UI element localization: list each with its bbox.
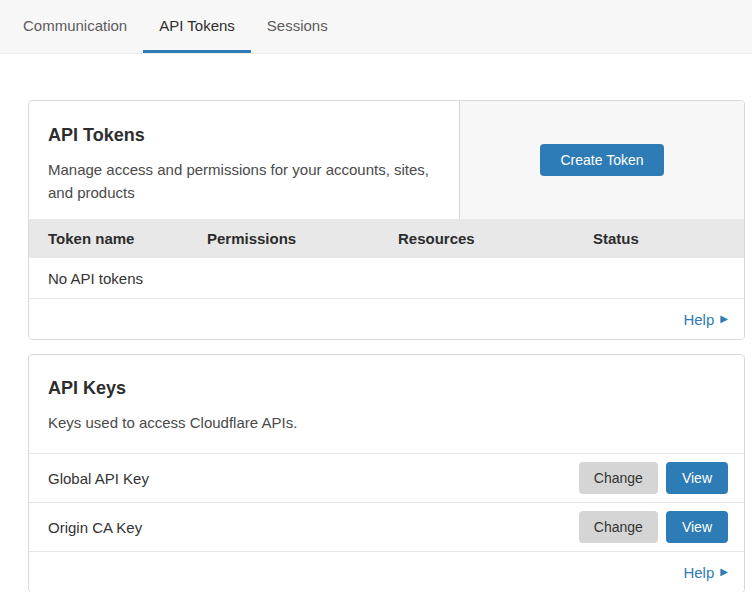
column-header-resources: Resources <box>398 230 593 247</box>
empty-tokens-message: No API tokens <box>48 270 143 287</box>
column-header-permissions: Permissions <box>207 230 398 247</box>
change-origin-ca-key-button[interactable]: Change <box>579 511 658 543</box>
create-token-button[interactable]: Create Token <box>540 144 663 176</box>
key-actions-global-api-key: Change View <box>579 462 728 494</box>
help-link-label: Help <box>683 564 714 581</box>
page-content: API Tokens Manage access and permissions… <box>0 54 752 592</box>
key-label-global-api-key: Global API Key <box>48 470 149 487</box>
api-tokens-panel-header: API Tokens Manage access and permissions… <box>29 101 744 219</box>
api-tokens-title: API Tokens <box>48 125 435 146</box>
api-tokens-panel: API Tokens Manage access and permissions… <box>28 100 745 340</box>
tab-sessions[interactable]: Sessions <box>251 0 344 53</box>
arrow-right-icon: ▶ <box>720 314 728 324</box>
api-keys-description: Keys used to access Cloudflare APIs. <box>48 411 720 434</box>
view-origin-ca-key-button[interactable]: View <box>666 511 728 543</box>
tab-bar: Communication API Tokens Sessions <box>0 0 752 54</box>
api-tokens-panel-footer: Help ▶ <box>29 299 744 339</box>
api-tokens-header-text: API Tokens Manage access and permissions… <box>29 101 460 219</box>
key-row-origin-ca-key: Origin CA Key Change View <box>29 503 744 552</box>
help-link-label: Help <box>683 311 714 328</box>
column-header-token-name: Token name <box>48 230 207 247</box>
key-actions-origin-ca-key: Change View <box>579 511 728 543</box>
api-tokens-description: Manage access and permissions for your a… <box>48 158 435 205</box>
key-row-global-api-key: Global API Key Change View <box>29 454 744 503</box>
tab-communication[interactable]: Communication <box>7 0 143 53</box>
api-keys-title: API Keys <box>48 378 720 399</box>
column-header-status: Status <box>593 230 744 247</box>
view-global-api-key-button[interactable]: View <box>666 462 728 494</box>
empty-tokens-row: No API tokens <box>29 258 744 299</box>
token-table-header: Token name Permissions Resources Status <box>29 219 744 258</box>
key-label-origin-ca-key: Origin CA Key <box>48 519 142 536</box>
api-keys-panel: API Keys Keys used to access Cloudflare … <box>28 354 745 592</box>
api-tokens-header-action-area: Create Token <box>460 101 744 219</box>
api-keys-panel-header: API Keys Keys used to access Cloudflare … <box>29 355 744 454</box>
tab-api-tokens[interactable]: API Tokens <box>143 0 251 53</box>
api-tokens-help-link[interactable]: Help ▶ <box>683 311 728 328</box>
change-global-api-key-button[interactable]: Change <box>579 462 658 494</box>
api-keys-panel-footer: Help ▶ <box>29 552 744 592</box>
api-keys-help-link[interactable]: Help ▶ <box>683 564 728 581</box>
arrow-right-icon: ▶ <box>720 567 728 577</box>
